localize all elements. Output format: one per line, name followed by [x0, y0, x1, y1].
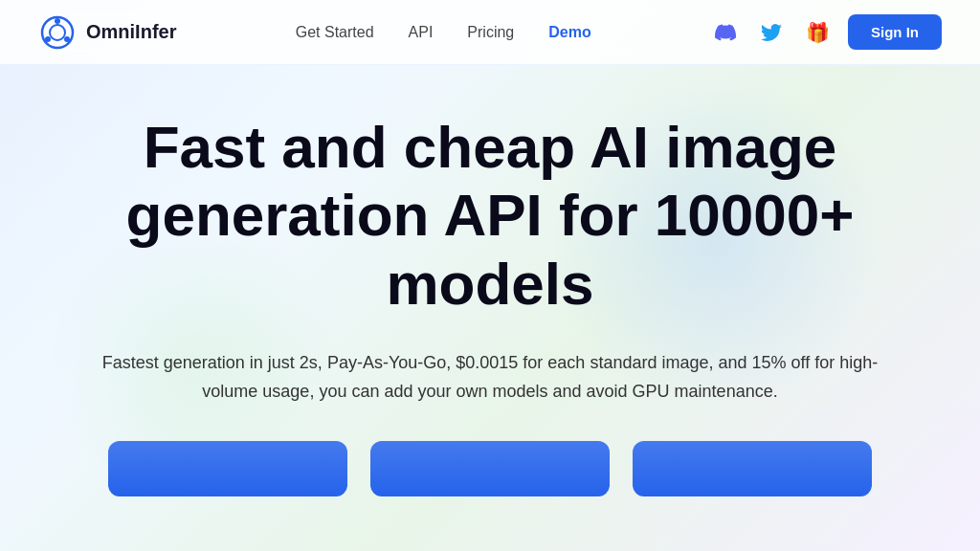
hero-title: Fast and cheap AI image generation API f… [98, 113, 882, 318]
logo[interactable]: OmniInfer [38, 13, 176, 52]
gift-icon[interactable]: 🎁 [802, 17, 833, 48]
logo-icon [38, 13, 77, 52]
nav-actions: 🎁 Sign In [710, 14, 942, 50]
discord-icon[interactable] [710, 17, 741, 48]
nav-demo[interactable]: Demo [548, 24, 590, 41]
nav-links: Get Started API Pricing Demo [296, 24, 591, 41]
svg-point-3 [64, 36, 70, 42]
nav-get-started[interactable]: Get Started [296, 24, 374, 41]
nav-api[interactable]: API [409, 24, 434, 41]
brand-name: OmniInfer [86, 21, 176, 43]
svg-point-1 [50, 25, 65, 40]
hero-subtitle: Fastest generation in just 2s, Pay-As-Yo… [98, 348, 882, 407]
signin-button[interactable]: Sign In [848, 14, 942, 50]
cta-buttons [98, 441, 882, 496]
cta-button-2[interactable] [370, 441, 610, 496]
cta-button-1[interactable] [108, 441, 347, 496]
cta-button-3[interactable] [633, 441, 872, 496]
svg-point-2 [55, 18, 60, 24]
hero-section: Fast and cheap AI image generation API f… [0, 65, 980, 496]
twitter-icon[interactable] [756, 17, 787, 48]
navbar: OmniInfer Get Started API Pricing Demo 🎁… [0, 0, 980, 65]
svg-point-4 [45, 36, 51, 42]
nav-pricing[interactable]: Pricing [467, 24, 514, 41]
